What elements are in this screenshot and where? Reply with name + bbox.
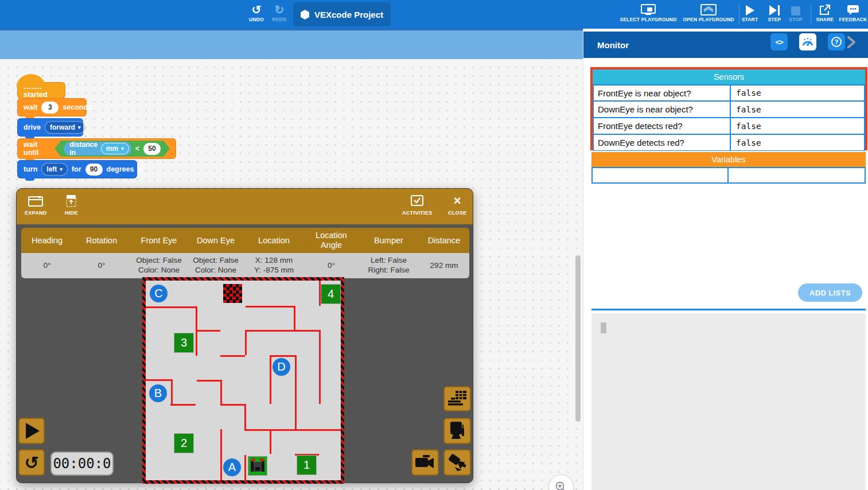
project-title-box[interactable]: VEXcode Project [293, 2, 391, 26]
add-lists-button[interactable]: ADD LISTS [798, 283, 862, 302]
undo-label: UNDO [249, 17, 264, 22]
dashboard-column-header: Distance [419, 228, 469, 253]
monitor-view-button[interactable] [799, 33, 816, 50]
feedback-icon [847, 3, 859, 15]
sensor-row: FrontEye detects red?false [593, 118, 865, 134]
workspace-top-band [0, 29, 583, 59]
turn-suffix: degrees [107, 165, 134, 173]
close-icon: × [454, 194, 461, 208]
dashboard-column-header: Location Angle [304, 228, 359, 253]
maze-wall [270, 429, 271, 454]
video-camera-icon [415, 454, 435, 470]
turn-block[interactable]: turn left ▾ for 90 degrees ▶ [17, 160, 137, 178]
maze-wall [196, 330, 220, 332]
maze-wall [244, 429, 341, 431]
sensor-value: false [730, 118, 865, 134]
hide-icon [65, 194, 77, 208]
drive-block[interactable]: drive forward ▾ [17, 118, 83, 137]
playground-window: EXPAND HIDE ACTIVITIES × CLOSE HeadingRo… [16, 188, 473, 483]
select-playground-button[interactable]: SELECT PLAYGROUND [632, 3, 664, 22]
dashboard-column-header: Rotation [73, 228, 130, 253]
expand-label: EXPAND [25, 210, 47, 216]
run-stack-icon: ▶ [138, 166, 142, 173]
maze-wall [171, 379, 173, 404]
when-started-label: when started [24, 83, 59, 99]
select-playground-icon [641, 3, 656, 15]
variables-header: Variables [591, 152, 866, 167]
redo-icon: ↻ [275, 3, 285, 15]
start-icon [746, 3, 754, 15]
select-playground-label: SELECT PLAYGROUND [620, 17, 677, 22]
dashboard-value-cell: Left: FalseRight: False [359, 253, 419, 278]
wait-value-input[interactable]: 3 [41, 102, 59, 114]
maze-wall [170, 404, 196, 406]
monitor-panel: Monitor <> ? Sensors FrontEye is near ob… [583, 29, 868, 490]
maze-wall [146, 379, 171, 381]
turn-direction-dropdown[interactable]: left ▾ [41, 163, 68, 176]
turn-prefix: turn [24, 165, 37, 173]
dashboard-toggle-button[interactable] [443, 386, 471, 411]
sensor-label: DownEye is near object? [593, 101, 730, 118]
tilted-camera-button[interactable] [443, 449, 471, 476]
video-camera-button[interactable] [411, 449, 439, 476]
maze-wall [245, 330, 247, 355]
redo-button[interactable]: ↻ REDO [263, 3, 295, 22]
chevron-down-icon: ▾ [60, 166, 63, 172]
share-label: SHARE [816, 17, 834, 22]
drive-prefix: drive [24, 123, 41, 131]
sensor-label: FrontEye is near object? [593, 84, 730, 101]
maze-number-marker: 2 [174, 434, 193, 453]
hide-label: HIDE [65, 210, 78, 216]
wait-until-block[interactable]: wait until distance in mm ▾ < 50 [17, 138, 176, 159]
close-button[interactable]: × CLOSE [448, 194, 467, 216]
code-view-button[interactable]: <> [770, 33, 788, 50]
hide-button[interactable]: HIDE [65, 194, 78, 216]
sensor-label: DownEye detects red? [593, 134, 730, 151]
maze-number-marker: 1 [297, 456, 316, 475]
dashboard-value-cell: Object: FalseColor: None [188, 253, 244, 278]
maze-field: ABCD1234 [146, 281, 341, 480]
robot-view-icon [449, 421, 466, 441]
playground-timer: 00:00:0 [50, 452, 114, 476]
panel-divider [591, 309, 866, 310]
robot-view-button[interactable] [443, 418, 471, 444]
drive-direction-dropdown[interactable]: forward ▾ [45, 121, 86, 134]
monitor-console[interactable] [591, 313, 866, 490]
playground-play-button[interactable] [18, 418, 45, 444]
magnifier-plus-icon [555, 481, 567, 490]
help-button[interactable]: ? [828, 33, 845, 50]
maze-letter-marker: D [273, 358, 290, 376]
stop-label: STOP [789, 17, 803, 22]
dashboard-value-row: 0°0°Object: FalseColor: NoneObject: Fals… [21, 253, 469, 278]
distance-reporter[interactable]: distance in mm ▾ [64, 142, 131, 155]
hexagon-logo-icon [301, 10, 309, 20]
threshold-input[interactable]: 50 [143, 143, 161, 155]
code-workspace: when started wait 3 seconds drive forwar… [0, 29, 583, 490]
playground-reset-button[interactable]: ↺ [18, 449, 45, 476]
when-started-block[interactable]: when started [17, 82, 65, 99]
open-playground-icon [700, 3, 717, 15]
dashboard-value-cell: 0° [304, 253, 359, 278]
unit-dropdown[interactable]: mm ▾ [101, 143, 129, 154]
question-mark-icon: ? [831, 37, 842, 47]
canvas-scrollbar[interactable] [575, 255, 581, 422]
boolean-condition[interactable]: distance in mm ▾ < 50 [55, 141, 170, 157]
expand-button[interactable]: EXPAND [25, 194, 47, 216]
open-playground-button[interactable]: OPEN PLAYGROUND [692, 3, 725, 22]
variable-name-cell [591, 167, 728, 184]
checkered-tile [223, 284, 242, 303]
reset-icon: ↺ [24, 453, 38, 473]
sensors-rows: FrontEye is near object?falseDownEye is … [593, 84, 865, 151]
activities-button[interactable]: ACTIVITIES [402, 194, 433, 216]
feedback-button[interactable]: FEEDBACK [837, 3, 868, 22]
wait-block[interactable]: wait 3 seconds [17, 98, 87, 116]
maze-wall [319, 281, 321, 306]
play-icon [26, 423, 40, 439]
stop-button[interactable]: STOP [780, 3, 812, 22]
maze-wall [294, 306, 295, 330]
turn-value-input[interactable]: 90 [85, 164, 103, 176]
redo-label: REDO [272, 17, 286, 22]
sensor-row: DownEye is near object?false [593, 101, 865, 118]
share-button[interactable]: SHARE [809, 3, 841, 22]
collapse-panel-chevron[interactable] [854, 34, 863, 50]
